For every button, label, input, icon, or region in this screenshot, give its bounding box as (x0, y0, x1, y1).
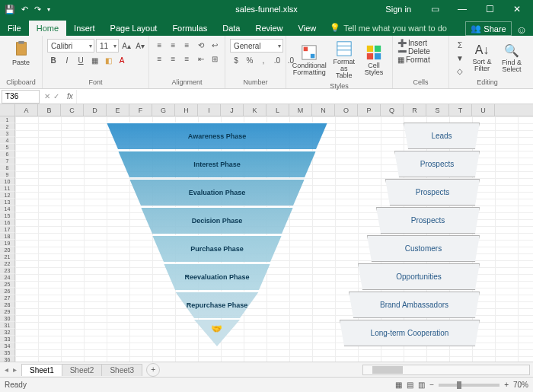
sheet-tab[interactable]: Sheet2 (62, 364, 103, 376)
row-header[interactable]: 3 (0, 130, 15, 137)
format-as-table-button[interactable]: Format as Table (330, 39, 358, 81)
row-header[interactable]: 17 (0, 226, 15, 233)
column-header[interactable]: S (426, 104, 449, 116)
row-header[interactable]: 1 (0, 116, 15, 123)
currency-icon[interactable]: $ (230, 54, 242, 66)
column-header[interactable]: E (107, 104, 129, 116)
align-left-icon[interactable]: ≡ (154, 53, 166, 65)
row-header[interactable]: 16 (0, 219, 15, 226)
row-header[interactable]: 12 (0, 192, 15, 199)
row-header[interactable]: 18 (0, 233, 15, 240)
pagebreak-view-icon[interactable]: ▥ (418, 381, 425, 389)
tab-formulas[interactable]: Formulas (164, 21, 215, 36)
row-header[interactable]: 30 (0, 315, 15, 322)
align-center-icon[interactable]: ≡ (168, 53, 180, 65)
row-header[interactable]: 8 (0, 164, 15, 171)
row-header[interactable]: 32 (0, 329, 15, 336)
tab-home[interactable]: Home (29, 21, 66, 36)
row-header[interactable]: 21 (0, 253, 15, 260)
funnel-chart[interactable]: Awareness PhaseLeadsInterest PhaseProspe… (107, 123, 480, 348)
redo-icon[interactable]: ↷ (34, 5, 41, 14)
column-header[interactable]: N (312, 104, 335, 116)
column-header[interactable]: U (472, 104, 495, 116)
fill-color-icon[interactable]: ◧ (102, 54, 114, 66)
row-header[interactable]: 23 (0, 267, 15, 274)
fill-icon[interactable]: ▼ (454, 52, 466, 64)
column-header[interactable]: M (289, 104, 312, 116)
merge-icon[interactable]: ⊞ (209, 53, 221, 65)
row-header[interactable]: 36 (0, 356, 15, 362)
row-header[interactable]: 9 (0, 171, 15, 178)
row-header[interactable]: 14 (0, 206, 15, 212)
pagelayout-view-icon[interactable]: ▤ (407, 381, 413, 389)
column-header[interactable]: H (175, 104, 198, 116)
row-header[interactable]: 13 (0, 199, 15, 206)
tab-data[interactable]: Data (215, 21, 247, 36)
align-middle-icon[interactable]: ≡ (168, 39, 180, 51)
column-header[interactable]: D (84, 104, 107, 116)
row-header[interactable]: 4 (0, 137, 15, 144)
share-button[interactable]: 👥 Share (465, 21, 511, 36)
row-header[interactable]: 31 (0, 322, 15, 329)
row-header[interactable]: 20 (0, 247, 15, 253)
column-header[interactable]: F (129, 104, 152, 116)
underline-button[interactable]: U (75, 54, 87, 66)
row-header[interactable]: 7 (0, 158, 15, 164)
align-top-icon[interactable]: ≡ (154, 39, 166, 51)
sheet-tab[interactable]: Sheet3 (101, 364, 142, 376)
tab-insert[interactable]: Insert (66, 21, 103, 36)
row-header[interactable]: 10 (0, 178, 15, 185)
row-header[interactable]: 11 (0, 185, 15, 192)
row-header[interactable]: 28 (0, 301, 15, 308)
autosum-icon[interactable]: Σ (454, 39, 466, 51)
font-size-select[interactable]: 11 (96, 39, 119, 53)
zoom-out-icon[interactable]: − (429, 381, 434, 389)
horizontal-scrollbar[interactable] (362, 365, 530, 375)
row-header[interactable]: 19 (0, 240, 15, 247)
column-header[interactable]: B (38, 104, 61, 116)
decrease-font-icon[interactable]: A▾ (134, 40, 146, 52)
zoom-level[interactable]: 70% (513, 381, 528, 389)
maximize-icon[interactable]: ☐ (477, 1, 503, 18)
orientation-icon[interactable]: ⟲ (195, 39, 207, 51)
row-header[interactable]: 33 (0, 336, 15, 343)
undo-icon[interactable]: ↶ (21, 5, 28, 14)
name-box[interactable]: T36 (2, 90, 40, 104)
column-header[interactable]: O (335, 104, 358, 116)
font-name-select[interactable]: Calibri (47, 39, 94, 53)
tab-review[interactable]: Review (247, 21, 290, 36)
wrap-text-icon[interactable]: ↩ (209, 39, 221, 51)
fx-icon[interactable]: fx (64, 92, 76, 100)
bold-button[interactable]: B (47, 54, 59, 66)
row-header[interactable]: 24 (0, 274, 15, 281)
column-header[interactable]: Q (381, 104, 404, 116)
sheet-tab[interactable]: Sheet1 (21, 364, 62, 376)
tellme-search[interactable]: 💡 Tell me what you want to do (324, 20, 453, 36)
clear-icon[interactable]: ◇ (454, 65, 466, 77)
font-color-icon[interactable]: A (116, 54, 128, 66)
column-header[interactable]: C (61, 104, 84, 116)
border-icon[interactable]: ▦ (88, 54, 101, 66)
column-header[interactable]: A (15, 104, 38, 116)
add-sheet-button[interactable]: + (146, 363, 160, 377)
formula-input[interactable] (76, 90, 533, 104)
tab-pagelayout[interactable]: Page Layout (103, 21, 165, 36)
column-header[interactable]: G (152, 104, 175, 116)
comma-icon[interactable]: , (257, 54, 270, 66)
zoom-slider[interactable] (439, 384, 499, 387)
cell-styles-button[interactable]: Cell Styles (360, 43, 388, 78)
paste-button[interactable]: Paste (8, 39, 35, 68)
tab-view[interactable]: View (291, 21, 324, 36)
prev-sheet-icon[interactable]: ◂ (5, 365, 8, 374)
column-header[interactable]: L (266, 104, 289, 116)
number-format-select[interactable]: General (230, 39, 283, 53)
column-header[interactable]: K (244, 104, 266, 116)
save-icon[interactable]: 💾 (5, 5, 15, 14)
italic-button[interactable]: I (61, 54, 73, 66)
enter-formula-icon[interactable]: ✓ (53, 92, 59, 100)
row-header[interactable]: 27 (0, 295, 15, 301)
column-header[interactable]: R (404, 104, 426, 116)
sort-filter-button[interactable]: A↓ Sort & Filter (468, 42, 496, 74)
format-cells-button[interactable]: ▦Format (397, 56, 430, 64)
signin-link[interactable]: Sign in (385, 5, 411, 14)
